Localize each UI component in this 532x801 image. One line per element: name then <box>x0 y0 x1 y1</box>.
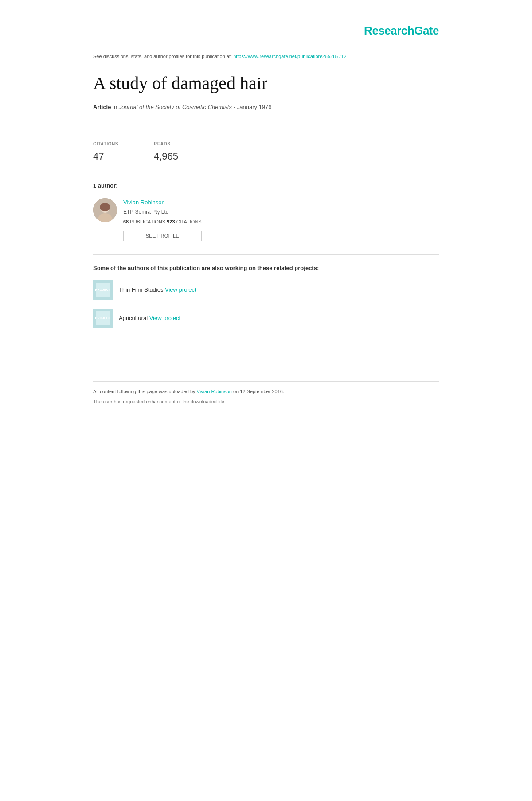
project-name-2: Agricultural <box>119 315 148 321</box>
stats-divider <box>93 125 439 125</box>
project-view-link-2[interactable]: View project <box>149 315 181 321</box>
project-icon-1: Project <box>93 280 113 300</box>
header: ResearchGate <box>93 13 439 53</box>
article-preposition: in <box>113 104 117 110</box>
project-text-1: Thin Film Studies View project <box>119 285 196 294</box>
article-date: January 1976 <box>237 104 272 110</box>
citations-label: CITATIONS <box>93 141 118 147</box>
footer-upload-text: All content following this page was uplo… <box>93 388 439 395</box>
svg-point-3 <box>100 203 110 211</box>
project-icon-2: Project <box>93 309 113 328</box>
author-cit-count: 923 <box>167 219 175 224</box>
footer-uploader-link[interactable]: Vivian Robinson <box>197 389 232 394</box>
publication-url[interactable]: https://www.researchgate.net/publication… <box>233 54 347 59</box>
author-name-link[interactable]: Vivian Robinson <box>123 198 202 207</box>
page-footer: All content following this page was uplo… <box>93 381 439 405</box>
author-info: Vivian Robinson ETP Semra Pty Ltd 68 PUB… <box>123 198 202 241</box>
project-name-1: Thin Film Studies <box>119 286 163 293</box>
reads-value: 4,965 <box>154 149 178 164</box>
article-separator: · <box>234 104 237 110</box>
footer-upload-prefix: All content following this page was uplo… <box>93 389 197 394</box>
top-notice: See discussions, stats, and author profi… <box>93 53 439 60</box>
project-item-2: Project Agricultural View project <box>93 309 439 328</box>
article-type: Article <box>93 104 111 110</box>
project-text-2: Agricultural View project <box>119 314 180 323</box>
project-item-1: Project Thin Film Studies View project <box>93 280 439 300</box>
authors-heading: 1 author: <box>93 181 439 190</box>
researchgate-logo: ResearchGate <box>364 22 439 39</box>
authors-section: 1 author: Vivian Robinson ETP Semra Pty … <box>93 181 439 241</box>
article-meta: Article in Journal of the Society of Cos… <box>93 103 439 112</box>
footer-upload-date: on 12 September 2016. <box>232 389 284 394</box>
project-view-link-1[interactable]: View project <box>165 286 196 293</box>
avatar-image <box>93 198 117 222</box>
author-avatar <box>93 198 117 222</box>
author-stats: 68 PUBLICATIONS 923 CITATIONS <box>123 218 202 226</box>
project-icon-label-1: Project <box>95 288 110 293</box>
footer-note: The user has requested enhancement of th… <box>93 398 439 406</box>
see-profile-button[interactable]: SEE PROFILE <box>123 231 202 241</box>
author-card: Vivian Robinson ETP Semra Pty Ltd 68 PUB… <box>93 198 439 241</box>
journal-name: Journal of the Society of Cosmetic Chemi… <box>119 104 232 110</box>
author-pub-count: 68 <box>123 219 129 224</box>
reads-stat: READS 4,965 <box>154 141 178 164</box>
author-affiliation: ETP Semra Pty Ltd <box>123 208 202 216</box>
project-icon-label-2: Project <box>95 316 110 321</box>
notice-text: See discussions, stats, and author profi… <box>93 54 233 59</box>
publication-title: A study of damaged hair <box>93 73 439 94</box>
citations-value: 47 <box>93 149 118 164</box>
related-projects-heading: Some of the authors of this publication … <box>93 264 439 273</box>
citations-stat: CITATIONS 47 <box>93 141 118 164</box>
reads-label: READS <box>154 141 178 147</box>
stats-row: CITATIONS 47 READS 4,965 <box>93 134 439 172</box>
related-projects-section: Some of the authors of this publication … <box>93 254 439 328</box>
